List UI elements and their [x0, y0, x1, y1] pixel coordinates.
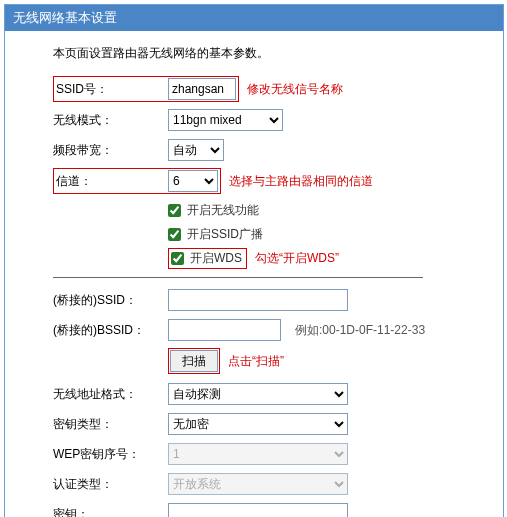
- mode-select[interactable]: 11bgn mixed: [168, 109, 283, 131]
- ssid-label: SSID号：: [56, 81, 168, 98]
- row-bandwidth: 频段带宽： 自动: [53, 138, 473, 162]
- channel-label: 信道：: [56, 173, 168, 190]
- ssid-input[interactable]: [168, 78, 236, 100]
- wireless-checkbox-label: 开启无线功能: [187, 202, 259, 219]
- scan-button[interactable]: 扫描: [170, 350, 218, 372]
- wireless-checkbox[interactable]: [168, 204, 181, 217]
- ssid-annotation: 修改无线信号名称: [247, 81, 343, 98]
- auth-type-select: 开放系统: [168, 473, 348, 495]
- row-ssid: SSID号： 修改无线信号名称: [53, 76, 473, 102]
- key-type-label: 密钥类型：: [53, 416, 168, 433]
- bandwidth-label: 频段带宽：: [53, 142, 168, 159]
- row-wep-index: WEP密钥序号： 1: [53, 442, 473, 466]
- row-bridge-bssid: (桥接的)BSSID： 例如:00-1D-0F-11-22-33: [53, 318, 473, 342]
- row-addr-format: 无线地址格式： 自动探测: [53, 382, 473, 406]
- key-label: 密钥：: [53, 506, 168, 518]
- bridge-ssid-input[interactable]: [168, 289, 348, 311]
- wds-checkbox-label: 开启WDS: [190, 250, 242, 267]
- bridge-ssid-label: (桥接的)SSID：: [53, 292, 168, 309]
- addr-format-select[interactable]: 自动探测: [168, 383, 348, 405]
- bridge-bssid-hint: 例如:00-1D-0F-11-22-33: [295, 322, 425, 339]
- row-key: 密钥：: [53, 502, 473, 517]
- row-key-type: 密钥类型： 无加密: [53, 412, 473, 436]
- ssid-broadcast-checkbox-label: 开启SSID广播: [187, 226, 263, 243]
- row-scan: 扫描 点击“扫描”: [168, 348, 473, 374]
- bandwidth-select[interactable]: 自动: [168, 139, 224, 161]
- wep-index-select: 1: [168, 443, 348, 465]
- row-wds: 开启WDS 勾选“开启WDS”: [168, 248, 473, 269]
- settings-panel: 无线网络基本设置 本页面设置路由器无线网络的基本参数。 SSID号： 修改无线信…: [4, 4, 504, 517]
- wds-checkbox[interactable]: [171, 252, 184, 265]
- scan-annotation: 点击“扫描”: [228, 353, 284, 370]
- channel-annotation: 选择与主路由器相同的信道: [229, 173, 373, 190]
- row-bridge-ssid: (桥接的)SSID：: [53, 288, 473, 312]
- auth-type-label: 认证类型：: [53, 476, 168, 493]
- panel-body: 本页面设置路由器无线网络的基本参数。 SSID号： 修改无线信号名称 无线模式：…: [5, 31, 503, 517]
- channel-select[interactable]: 6: [168, 170, 218, 192]
- bridge-bssid-input[interactable]: [168, 319, 281, 341]
- mode-label: 无线模式：: [53, 112, 168, 129]
- panel-title: 无线网络基本设置: [5, 5, 503, 31]
- wds-annotation: 勾选“开启WDS”: [255, 250, 339, 267]
- panel-description: 本页面设置路由器无线网络的基本参数。: [53, 45, 473, 62]
- key-type-select[interactable]: 无加密: [168, 413, 348, 435]
- row-enable-wireless: 开启无线功能: [168, 200, 473, 220]
- ssid-broadcast-checkbox[interactable]: [168, 228, 181, 241]
- addr-format-label: 无线地址格式：: [53, 386, 168, 403]
- divider: [53, 277, 423, 278]
- row-channel: 信道： 6 选择与主路由器相同的信道: [53, 168, 473, 194]
- row-auth-type: 认证类型： 开放系统: [53, 472, 473, 496]
- row-mode: 无线模式： 11bgn mixed: [53, 108, 473, 132]
- bridge-bssid-label: (桥接的)BSSID：: [53, 322, 168, 339]
- row-ssid-broadcast: 开启SSID广播: [168, 224, 473, 244]
- wep-index-label: WEP密钥序号：: [53, 446, 168, 463]
- key-input[interactable]: [168, 503, 348, 517]
